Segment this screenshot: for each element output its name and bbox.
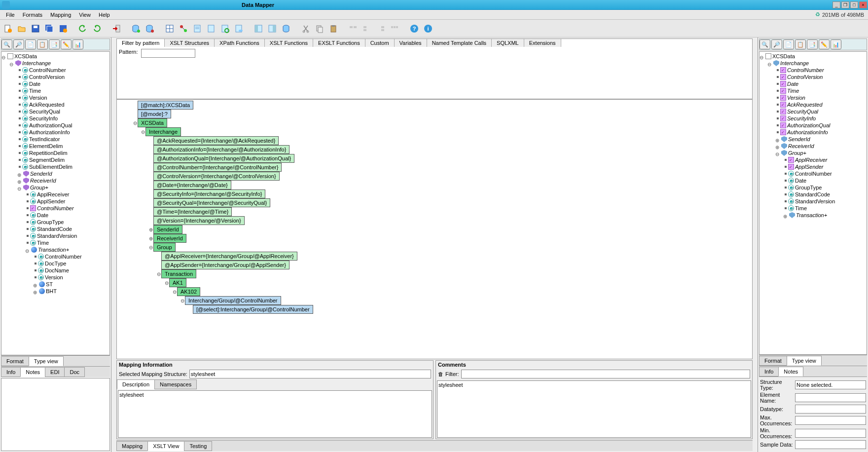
expand-icon[interactable] — [767, 61, 772, 66]
recycle-icon[interactable]: ♻ — [815, 11, 820, 18]
map-row[interactable]: [@select]:Interchange/Group/@ControlNumb… — [117, 305, 752, 314]
doc-db-button[interactable] — [233, 23, 245, 35]
save-as-button[interactable] — [57, 23, 69, 35]
tree-node[interactable]: ReceiverId — [1, 177, 109, 184]
expand-icon[interactable]: ⊕ — [148, 236, 153, 241]
panel2-button[interactable] — [266, 23, 278, 35]
tree-node[interactable]: ReceiverId — [760, 143, 867, 150]
map-row[interactable]: @Version={Interchange/@Version} — [117, 216, 752, 225]
tree-node[interactable]: Version — [760, 94, 867, 101]
tree-node[interactable]: ControlNumber — [760, 67, 867, 74]
tree-node[interactable]: SenderId — [760, 136, 867, 143]
left-tool-2[interactable]: 🔎 — [13, 39, 24, 49]
map-row[interactable]: [@match]:/XCSData — [117, 101, 752, 110]
map-node[interactable]: SenderId — [153, 225, 182, 234]
copy-button[interactable] — [314, 23, 326, 35]
expand-icon[interactable] — [775, 151, 780, 155]
tab-info-r[interactable]: Info — [759, 367, 779, 377]
expand-icon[interactable]: ⊖ — [148, 245, 153, 250]
tree-node[interactable]: SegmentDelim — [1, 156, 109, 163]
tree-node[interactable]: SecurityQual — [1, 108, 109, 115]
paste-button[interactable] — [327, 23, 339, 35]
map-row[interactable]: @Date={Interchange/@Date} — [117, 181, 752, 189]
filter-tab[interactable]: Filter by pattern — [117, 39, 165, 47]
tree-node[interactable]: ST — [1, 281, 109, 288]
tree-node[interactable]: Time — [1, 239, 109, 246]
doc2-button[interactable] — [205, 23, 217, 35]
tree-node[interactable]: ApplReceiver — [760, 156, 867, 163]
right-tool-7[interactable]: 📊 — [831, 39, 841, 49]
tree-node[interactable]: StandardVersion — [760, 198, 867, 205]
expand-icon[interactable] — [775, 137, 780, 142]
map-row[interactable]: ⊖Interchange/Group/@ControlNumber — [117, 296, 752, 305]
expand-icon[interactable] — [25, 247, 30, 252]
tab-namespaces[interactable]: Namespaces — [154, 379, 197, 389]
map-node[interactable]: @Date={Interchange/@Date} — [153, 181, 231, 189]
tree-node[interactable]: AuthorizationQual — [760, 122, 867, 129]
filter-tab[interactable]: XSLT Functions — [265, 39, 313, 47]
map-row[interactable]: @AuthorizationQual={Interchange/@Authori… — [117, 154, 752, 163]
menu-file[interactable]: File — [2, 11, 19, 19]
menu-mapping[interactable]: Mapping — [46, 11, 75, 19]
left-tool-7[interactable]: 📊 — [72, 39, 83, 49]
expand-icon[interactable] — [775, 144, 780, 149]
map-node[interactable]: [@mode]:? — [138, 110, 171, 118]
close-button[interactable]: × — [859, 1, 867, 8]
right-tree[interactable]: XCSDataInterchangeControlNumberControlVe… — [759, 51, 867, 355]
doc1-button[interactable] — [191, 23, 203, 35]
map-node[interactable]: [@select]:Interchange/Group/@ControlNumb… — [193, 305, 313, 314]
add-db-button[interactable] — [130, 23, 142, 35]
tree-node[interactable]: Transaction+ — [760, 212, 867, 219]
map-row[interactable]: @ApplReceiver={Interchange/Group/@ApplRe… — [117, 252, 752, 261]
map-row[interactable]: @Time={Interchange/@Time} — [117, 207, 752, 216]
minimize-button[interactable]: _ — [832, 1, 840, 8]
right-tool-5[interactable]: 📑 — [807, 39, 818, 49]
tree-node[interactable]: ApplSender — [1, 198, 109, 205]
tab-notes-r[interactable]: Notes — [778, 367, 803, 377]
expand-icon[interactable]: ⊖ — [156, 271, 161, 277]
left-tool-5[interactable]: 📑 — [49, 39, 60, 49]
map-node[interactable]: @ControlVersion={Interchange/@ControlVer… — [153, 172, 280, 181]
tree-node[interactable]: ControlVersion — [1, 74, 109, 80]
tree-node[interactable]: ElementDelim — [1, 143, 109, 150]
struct-dtype-input[interactable] — [795, 405, 866, 414]
tree-node[interactable]: Version — [1, 274, 109, 281]
tree-node[interactable]: Transaction+ — [1, 246, 109, 253]
tree-node[interactable]: GroupType — [1, 219, 109, 226]
expand-icon[interactable]: ⊕ — [148, 227, 153, 232]
expand-icon[interactable]: ⊖ — [180, 298, 185, 303]
mapping-area[interactable]: [@match]:/XCSData[@mode]:?⊖XCSData⊖Inter… — [116, 99, 753, 359]
tree-node[interactable]: TestIndicator — [1, 136, 109, 143]
tab-xslt-view[interactable]: XSLT View — [147, 441, 184, 451]
align3-button[interactable] — [375, 23, 387, 35]
doc-refresh-button[interactable] — [219, 23, 231, 35]
map-row[interactable]: @ControlNumber={Interchange/@ControlNumb… — [117, 163, 752, 172]
map-row[interactable]: @AuthorizationInfo={Interchange/@Authori… — [117, 145, 752, 154]
tree-node[interactable]: SecurityQual — [760, 108, 867, 115]
struct-name-input[interactable] — [795, 393, 866, 402]
map-row[interactable]: [@mode]:? — [117, 110, 752, 118]
right-tool-1[interactable]: 🔍 — [760, 39, 770, 49]
remove-db-button[interactable] — [144, 23, 156, 35]
clear-filter-icon[interactable]: 🗑 — [438, 371, 443, 377]
tab-testing[interactable]: Testing — [184, 441, 212, 451]
tab-doc[interactable]: Doc — [64, 367, 85, 377]
map-node[interactable]: Group — [153, 243, 176, 252]
struct-min-input[interactable] — [795, 429, 866, 438]
map-node[interactable]: @Version={Interchange/@Version} — [153, 216, 245, 225]
map-node[interactable]: AK1 — [169, 278, 186, 287]
map-node[interactable]: Interchange/Group/@ControlNumber — [185, 296, 281, 305]
tree-node[interactable]: SecurityInfo — [1, 115, 109, 122]
map-node[interactable]: AK102 — [177, 287, 200, 296]
tree-node[interactable]: StandardCode — [1, 226, 109, 232]
tree-node[interactable]: AckRequested — [1, 101, 109, 108]
tab-info[interactable]: Info — [1, 367, 21, 377]
expand-icon[interactable] — [760, 54, 764, 59]
map-node[interactable]: XCSData — [138, 118, 167, 127]
panel1-button[interactable] — [253, 23, 264, 35]
map-row[interactable]: ⊖Interchange — [117, 127, 752, 136]
tab-mapping[interactable]: Mapping — [116, 441, 148, 451]
tree-node[interactable]: Date — [760, 80, 867, 87]
tree-node[interactable]: Date — [1, 212, 109, 219]
tree-node[interactable]: BHT — [1, 288, 109, 295]
